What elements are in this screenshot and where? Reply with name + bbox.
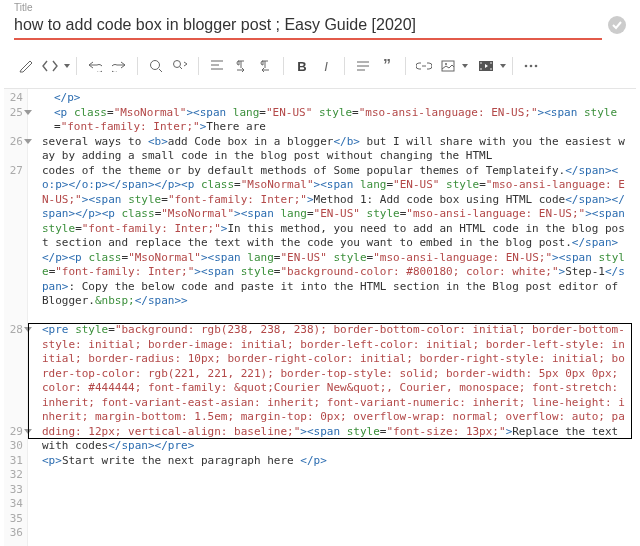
redo-icon[interactable] (107, 54, 131, 78)
svg-point-10 (490, 68, 492, 70)
html-mode-icon[interactable] (38, 54, 62, 78)
video-icon[interactable] (474, 54, 498, 78)
code-line[interactable] (42, 497, 630, 512)
line-number: 31 (8, 454, 23, 469)
svg-point-5 (445, 63, 447, 65)
code-line[interactable]: </p> (42, 91, 630, 106)
line-number: 29 (8, 425, 23, 440)
line-number: 26 (8, 135, 23, 164)
search-replace-icon[interactable] (168, 54, 192, 78)
bold-icon[interactable]: B (290, 54, 314, 78)
code-editor[interactable]: 24252627282930313233343536 </p><p class=… (4, 88, 636, 546)
separator (137, 57, 138, 75)
editor-page: Title B I ” (0, 0, 640, 546)
svg-point-0 (151, 61, 160, 70)
line-number: 28 (8, 323, 23, 425)
separator (283, 57, 284, 75)
line-number: 36 (8, 526, 23, 541)
svg-point-13 (535, 65, 538, 68)
code-line[interactable] (42, 512, 630, 527)
svg-point-7 (480, 62, 482, 64)
code-line[interactable] (42, 526, 630, 541)
dropdown-icon[interactable] (462, 64, 468, 68)
svg-point-2 (174, 61, 181, 68)
title-label: Title (14, 2, 602, 13)
line-number: 35 (8, 512, 23, 527)
search-icon[interactable] (144, 54, 168, 78)
format-icon[interactable] (351, 54, 375, 78)
line-number: 33 (8, 483, 23, 498)
separator (344, 57, 345, 75)
dropdown-icon[interactable] (64, 64, 70, 68)
more-icon[interactable] (519, 54, 543, 78)
toolbar: B I ” (0, 48, 640, 84)
image-icon[interactable] (436, 54, 460, 78)
undo-icon[interactable] (83, 54, 107, 78)
italic-icon[interactable]: I (314, 54, 338, 78)
separator (405, 57, 406, 75)
post-title-input[interactable] (14, 14, 602, 40)
svg-line-1 (159, 69, 162, 72)
code-area[interactable]: </p><p class="MsoNormal"><span lang="EN-… (28, 89, 636, 546)
line-number: 32 (8, 468, 23, 483)
code-line[interactable]: several ways to <b>add Code box in a blo… (42, 135, 630, 164)
svg-point-9 (490, 62, 492, 64)
svg-line-3 (180, 67, 182, 69)
svg-point-11 (525, 65, 528, 68)
rtl-icon[interactable] (253, 54, 277, 78)
line-number: 25 (8, 106, 23, 135)
line-number: 30 (8, 439, 23, 454)
line-number: 24 (8, 91, 23, 106)
line-gutter: 24252627282930313233343536 (4, 89, 28, 546)
align-left-icon[interactable] (205, 54, 229, 78)
line-number: 34 (8, 497, 23, 512)
code-line[interactable]: <pre style="background: rgb(238, 238, 23… (42, 323, 630, 454)
svg-point-8 (480, 68, 482, 70)
line-number: 27 (8, 164, 23, 324)
quote-icon[interactable]: ” (375, 54, 399, 78)
link-icon[interactable] (412, 54, 436, 78)
code-line[interactable] (42, 541, 630, 547)
ltr-icon[interactable] (229, 54, 253, 78)
svg-rect-4 (442, 61, 454, 71)
separator (198, 57, 199, 75)
dropdown-icon[interactable] (500, 64, 506, 68)
title-row: Title (0, 0, 640, 40)
code-line[interactable] (42, 483, 630, 498)
code-line[interactable]: codes of the theme or by default methods… (42, 164, 630, 324)
code-line[interactable]: <p class="MsoNormal"><span lang="EN-US" … (42, 106, 630, 135)
separator (76, 57, 77, 75)
code-line[interactable]: <p>Start write the next paragraph here <… (42, 454, 630, 469)
code-line[interactable] (42, 468, 630, 483)
compose-mode-icon[interactable] (14, 54, 38, 78)
svg-point-12 (530, 65, 533, 68)
done-icon[interactable] (608, 16, 626, 34)
separator (512, 57, 513, 75)
